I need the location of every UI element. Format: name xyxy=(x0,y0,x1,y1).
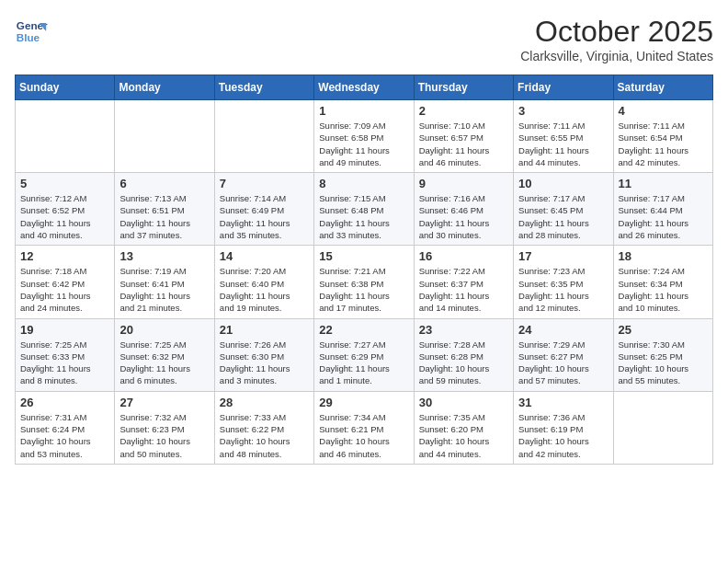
day-cell: 30Sunrise: 7:35 AM Sunset: 6:20 PM Dayli… xyxy=(414,391,513,464)
day-info: Sunrise: 7:28 AM Sunset: 6:28 PM Dayligh… xyxy=(419,339,508,387)
day-info: Sunrise: 7:10 AM Sunset: 6:57 PM Dayligh… xyxy=(419,120,508,168)
weekday-header-thursday: Thursday xyxy=(414,75,513,100)
day-cell: 25Sunrise: 7:30 AM Sunset: 6:25 PM Dayli… xyxy=(613,318,712,391)
day-cell: 17Sunrise: 7:23 AM Sunset: 6:35 PM Dayli… xyxy=(514,246,613,318)
day-number: 27 xyxy=(119,396,209,409)
day-cell: 27Sunrise: 7:32 AM Sunset: 6:23 PM Dayli… xyxy=(115,391,214,464)
day-cell: 2Sunrise: 7:10 AM Sunset: 6:57 PM Daylig… xyxy=(414,100,513,173)
day-number: 15 xyxy=(319,249,408,263)
day-info: Sunrise: 7:14 AM Sunset: 6:49 PM Dayligh… xyxy=(220,192,309,241)
month-title: October 2025 xyxy=(520,15,713,49)
day-info: Sunrise: 7:25 AM Sunset: 6:32 PM Dayligh… xyxy=(119,339,209,387)
day-cell: 24Sunrise: 7:29 AM Sunset: 6:27 PM Dayli… xyxy=(514,318,613,391)
day-info: Sunrise: 7:33 AM Sunset: 6:22 PM Dayligh… xyxy=(220,411,309,460)
logo: General Blue xyxy=(15,15,48,48)
day-info: Sunrise: 7:17 AM Sunset: 6:45 PM Dayligh… xyxy=(518,192,608,241)
day-info: Sunrise: 7:11 AM Sunset: 6:54 PM Dayligh… xyxy=(619,120,708,168)
week-row-5: 26Sunrise: 7:31 AM Sunset: 6:24 PM Dayli… xyxy=(16,391,713,464)
day-cell: 3Sunrise: 7:11 AM Sunset: 6:55 PM Daylig… xyxy=(514,100,613,173)
day-info: Sunrise: 7:26 AM Sunset: 6:30 PM Dayligh… xyxy=(220,339,309,387)
weekday-header-saturday: Saturday xyxy=(613,75,712,100)
day-number: 30 xyxy=(419,396,508,409)
day-number: 17 xyxy=(518,249,608,263)
day-info: Sunrise: 7:17 AM Sunset: 6:44 PM Dayligh… xyxy=(619,192,708,241)
day-number: 14 xyxy=(220,249,309,263)
calendar-table: SundayMondayTuesdayWednesdayThursdayFrid… xyxy=(15,75,713,465)
day-number: 11 xyxy=(619,177,708,190)
day-cell: 1Sunrise: 7:09 AM Sunset: 6:58 PM Daylig… xyxy=(314,100,414,173)
day-cell: 8Sunrise: 7:15 AM Sunset: 6:48 PM Daylig… xyxy=(314,173,414,246)
day-number: 20 xyxy=(119,323,209,337)
day-number: 19 xyxy=(20,323,109,337)
day-info: Sunrise: 7:34 AM Sunset: 6:21 PM Dayligh… xyxy=(319,411,408,460)
page-header: General Blue October 2025 Clarksville, V… xyxy=(15,15,713,63)
day-number: 25 xyxy=(619,323,708,337)
day-cell: 20Sunrise: 7:25 AM Sunset: 6:32 PM Dayli… xyxy=(115,318,214,391)
day-number: 7 xyxy=(220,177,309,190)
svg-text:Blue: Blue xyxy=(17,31,40,43)
day-info: Sunrise: 7:11 AM Sunset: 6:55 PM Dayligh… xyxy=(518,120,608,168)
day-number: 28 xyxy=(220,396,309,409)
title-block: October 2025 Clarksville, Virginia, Unit… xyxy=(520,15,713,63)
day-number: 16 xyxy=(419,249,508,263)
day-number: 12 xyxy=(20,249,109,263)
day-number: 9 xyxy=(419,177,508,190)
day-cell xyxy=(613,391,712,464)
weekday-header-tuesday: Tuesday xyxy=(214,75,313,100)
day-number: 26 xyxy=(20,396,109,409)
day-cell: 16Sunrise: 7:22 AM Sunset: 6:37 PM Dayli… xyxy=(414,246,513,318)
day-info: Sunrise: 7:12 AM Sunset: 6:52 PM Dayligh… xyxy=(20,192,109,241)
day-number: 18 xyxy=(619,249,708,263)
weekday-header-friday: Friday xyxy=(514,75,613,100)
day-number: 31 xyxy=(518,396,608,409)
day-cell: 18Sunrise: 7:24 AM Sunset: 6:34 PM Dayli… xyxy=(613,246,712,318)
day-cell: 11Sunrise: 7:17 AM Sunset: 6:44 PM Dayli… xyxy=(613,173,712,246)
day-cell: 5Sunrise: 7:12 AM Sunset: 6:52 PM Daylig… xyxy=(16,173,115,246)
day-cell xyxy=(16,100,115,173)
day-info: Sunrise: 7:30 AM Sunset: 6:25 PM Dayligh… xyxy=(619,339,708,387)
week-row-1: 1Sunrise: 7:09 AM Sunset: 6:58 PM Daylig… xyxy=(16,100,713,173)
logo-icon: General Blue xyxy=(15,15,48,48)
week-row-3: 12Sunrise: 7:18 AM Sunset: 6:42 PM Dayli… xyxy=(16,246,713,318)
day-cell: 4Sunrise: 7:11 AM Sunset: 6:54 PM Daylig… xyxy=(613,100,712,173)
day-cell: 9Sunrise: 7:16 AM Sunset: 6:46 PM Daylig… xyxy=(414,173,513,246)
day-info: Sunrise: 7:24 AM Sunset: 6:34 PM Dayligh… xyxy=(619,265,708,314)
day-cell: 15Sunrise: 7:21 AM Sunset: 6:38 PM Dayli… xyxy=(314,246,414,318)
day-info: Sunrise: 7:16 AM Sunset: 6:46 PM Dayligh… xyxy=(419,192,508,241)
day-number: 22 xyxy=(319,323,408,337)
week-row-2: 5Sunrise: 7:12 AM Sunset: 6:52 PM Daylig… xyxy=(16,173,713,246)
day-cell: 6Sunrise: 7:13 AM Sunset: 6:51 PM Daylig… xyxy=(115,173,214,246)
day-info: Sunrise: 7:21 AM Sunset: 6:38 PM Dayligh… xyxy=(319,265,408,314)
day-info: Sunrise: 7:18 AM Sunset: 6:42 PM Dayligh… xyxy=(20,265,109,314)
day-cell xyxy=(115,100,214,173)
day-number: 29 xyxy=(319,396,408,409)
day-cell: 12Sunrise: 7:18 AM Sunset: 6:42 PM Dayli… xyxy=(16,246,115,318)
day-info: Sunrise: 7:27 AM Sunset: 6:29 PM Dayligh… xyxy=(319,339,408,387)
day-cell: 31Sunrise: 7:36 AM Sunset: 6:19 PM Dayli… xyxy=(514,391,613,464)
day-cell: 28Sunrise: 7:33 AM Sunset: 6:22 PM Dayli… xyxy=(214,391,313,464)
location-subtitle: Clarksville, Virginia, United States xyxy=(520,49,713,63)
day-cell: 29Sunrise: 7:34 AM Sunset: 6:21 PM Dayli… xyxy=(314,391,414,464)
day-number: 23 xyxy=(419,323,508,337)
weekday-header-monday: Monday xyxy=(115,75,214,100)
day-info: Sunrise: 7:29 AM Sunset: 6:27 PM Dayligh… xyxy=(518,339,608,387)
day-info: Sunrise: 7:20 AM Sunset: 6:40 PM Dayligh… xyxy=(220,265,309,314)
day-info: Sunrise: 7:35 AM Sunset: 6:20 PM Dayligh… xyxy=(419,411,508,460)
day-number: 8 xyxy=(319,177,408,190)
day-cell: 14Sunrise: 7:20 AM Sunset: 6:40 PM Dayli… xyxy=(214,246,313,318)
day-info: Sunrise: 7:13 AM Sunset: 6:51 PM Dayligh… xyxy=(119,192,209,241)
day-number: 1 xyxy=(319,104,408,118)
day-info: Sunrise: 7:25 AM Sunset: 6:33 PM Dayligh… xyxy=(20,339,109,387)
day-info: Sunrise: 7:31 AM Sunset: 6:24 PM Dayligh… xyxy=(20,411,109,460)
day-number: 5 xyxy=(20,177,109,190)
day-info: Sunrise: 7:32 AM Sunset: 6:23 PM Dayligh… xyxy=(119,411,209,460)
week-row-4: 19Sunrise: 7:25 AM Sunset: 6:33 PM Dayli… xyxy=(16,318,713,391)
day-number: 3 xyxy=(518,104,608,118)
weekday-header-wednesday: Wednesday xyxy=(314,75,414,100)
day-number: 10 xyxy=(518,177,608,190)
day-number: 6 xyxy=(119,177,209,190)
day-cell: 10Sunrise: 7:17 AM Sunset: 6:45 PM Dayli… xyxy=(514,173,613,246)
day-info: Sunrise: 7:36 AM Sunset: 6:19 PM Dayligh… xyxy=(518,411,608,460)
day-info: Sunrise: 7:09 AM Sunset: 6:58 PM Dayligh… xyxy=(319,120,408,168)
day-info: Sunrise: 7:15 AM Sunset: 6:48 PM Dayligh… xyxy=(319,192,408,241)
